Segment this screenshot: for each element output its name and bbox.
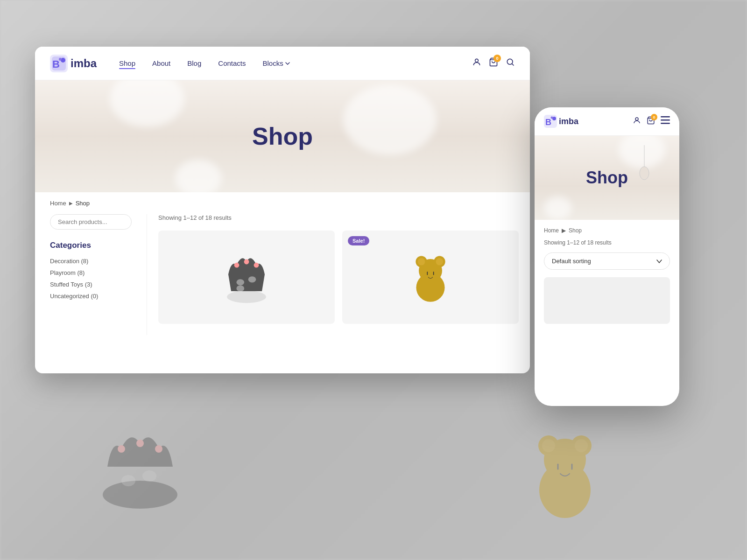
bg-toy-bear — [523, 429, 607, 523]
mobile-content: Home ▶ Shop Showing 1–12 of 18 results D… — [535, 220, 679, 331]
svg-point-1 — [118, 445, 125, 453]
mobile-logo-text: imba — [559, 117, 578, 126]
category-uncategorized[interactable]: Uncategorized (0) — [50, 293, 132, 300]
mobile-user-button[interactable] — [633, 116, 641, 126]
svg-rect-44 — [661, 116, 670, 118]
user-icon — [472, 57, 481, 67]
desktop-sidebar: Categories Decoration (8) Playroom (8) S… — [35, 214, 147, 335]
mobile-hero: Shop — [535, 136, 679, 220]
nav-blocks[interactable]: Blocks — [263, 59, 290, 67]
svg-point-5 — [142, 470, 156, 482]
svg-point-42 — [635, 118, 638, 120]
mobile-breadcrumb-arrow: ▶ — [562, 227, 566, 234]
cart-badge: 0 — [493, 55, 501, 62]
product-image-1 — [158, 231, 335, 324]
search-icon — [506, 57, 515, 67]
mobile-menu-button[interactable] — [661, 116, 670, 126]
mobile-user-icon — [633, 116, 641, 125]
desktop-window: B imba Shop About Blog Contacts Blocks 0 — [35, 47, 530, 373]
desktop-hero: Shop — [35, 80, 530, 192]
desktop-main: Categories Decoration (8) Playroom (8) S… — [35, 214, 530, 335]
product-card-1[interactable] — [158, 231, 335, 324]
svg-rect-46 — [661, 123, 670, 124]
mobile-breadcrumb-home[interactable]: Home — [544, 227, 559, 234]
product-card-2[interactable]: Sale! — [342, 231, 519, 324]
results-count: Showing 1–12 of 18 results — [158, 214, 519, 221]
deco-3 — [175, 160, 222, 192]
svg-point-27 — [236, 279, 244, 285]
hamburger-icon — [661, 116, 670, 125]
nav-blog[interactable]: Blog — [187, 59, 201, 67]
user-button[interactable] — [472, 57, 481, 69]
nav-about[interactable]: About — [152, 59, 170, 67]
mobile-breadcrumb-current: Shop — [569, 227, 582, 234]
search-box[interactable] — [50, 214, 132, 230]
category-stuffed-toys[interactable]: Stuffed Toys (3) — [50, 281, 132, 288]
svg-point-48 — [640, 167, 649, 180]
mobile-deco-2 — [544, 196, 572, 220]
bimba-logo-icon: B — [50, 55, 68, 72]
mobile-product-placeholder — [544, 277, 670, 324]
breadcrumb: Home ▶ Shop — [35, 192, 530, 214]
mobile-header: B imba 0 — [535, 107, 679, 136]
svg-point-0 — [103, 481, 177, 509]
product-image-2 — [342, 231, 519, 324]
hero-title: Shop — [252, 122, 313, 150]
search-input[interactable] — [58, 218, 136, 225]
svg-rect-45 — [661, 119, 670, 121]
svg-point-19 — [475, 59, 479, 62]
bg-toy-crown — [93, 420, 187, 513]
desktop-products: Showing 1–12 of 18 results — [147, 214, 530, 335]
mobile-hero-title: Shop — [586, 168, 628, 188]
products-grid: Sale! — [158, 231, 519, 324]
sale-badge: Sale! — [348, 236, 369, 245]
mobile-results-count: Showing 1–12 of 18 results — [544, 239, 670, 246]
mobile-sort-chevron — [656, 259, 662, 263]
svg-point-11 — [575, 439, 588, 452]
chevron-down-icon — [285, 62, 290, 65]
svg-point-41 — [551, 117, 553, 119]
mobile-logo[interactable]: B imba — [544, 115, 578, 128]
svg-point-10 — [542, 439, 555, 452]
mobile-logo-icon: B — [544, 115, 557, 128]
category-playroom[interactable]: Playroom (8) — [50, 269, 132, 276]
mobile-breadcrumb: Home ▶ Shop — [544, 227, 670, 234]
categories-title: Categories — [50, 241, 132, 250]
deco-1 — [110, 80, 184, 127]
category-decoration[interactable]: Decoration (8) — [50, 258, 132, 265]
svg-point-18 — [59, 58, 62, 61]
search-button[interactable] — [506, 57, 515, 69]
desktop-nav: Shop About Blog Contacts Blocks — [119, 59, 472, 67]
mobile-cart-button[interactable]: 0 — [647, 116, 655, 126]
mobile-sort-dropdown[interactable]: Default sorting — [544, 252, 670, 270]
nav-shop[interactable]: Shop — [119, 59, 135, 67]
mobile-ornament — [637, 145, 651, 184]
svg-point-3 — [155, 445, 162, 453]
mobile-sort-label: Default sorting — [552, 258, 591, 265]
desktop-below-hero: Home ▶ Shop Categories Decoration (8) Pl… — [35, 192, 530, 335]
breadcrumb-arrow: ▶ — [69, 201, 73, 206]
svg-point-28 — [248, 276, 256, 282]
svg-point-4 — [121, 475, 135, 486]
svg-point-24 — [234, 263, 240, 268]
desktop-header: B imba Shop About Blog Contacts Blocks 0 — [35, 47, 530, 80]
breadcrumb-home[interactable]: Home — [50, 200, 66, 207]
breadcrumb-current: Shop — [76, 200, 90, 207]
svg-text:B: B — [545, 118, 551, 127]
svg-point-23 — [227, 291, 266, 303]
mobile-cart-badge: 0 — [651, 114, 657, 120]
svg-point-34 — [418, 258, 425, 266]
svg-point-2 — [136, 440, 144, 447]
mobile-header-icons: 0 — [633, 116, 670, 126]
svg-text:B: B — [52, 58, 60, 70]
cart-button[interactable]: 0 — [489, 57, 498, 69]
svg-point-29 — [236, 285, 244, 291]
desktop-logo-text: imba — [70, 57, 97, 70]
svg-point-21 — [507, 59, 513, 64]
desktop-logo[interactable]: B imba — [50, 55, 97, 72]
mobile-window: B imba 0 — [535, 107, 679, 406]
nav-contacts[interactable]: Contacts — [218, 59, 246, 67]
svg-point-25 — [244, 259, 249, 265]
deco-2 — [343, 85, 437, 155]
svg-point-35 — [436, 258, 444, 266]
